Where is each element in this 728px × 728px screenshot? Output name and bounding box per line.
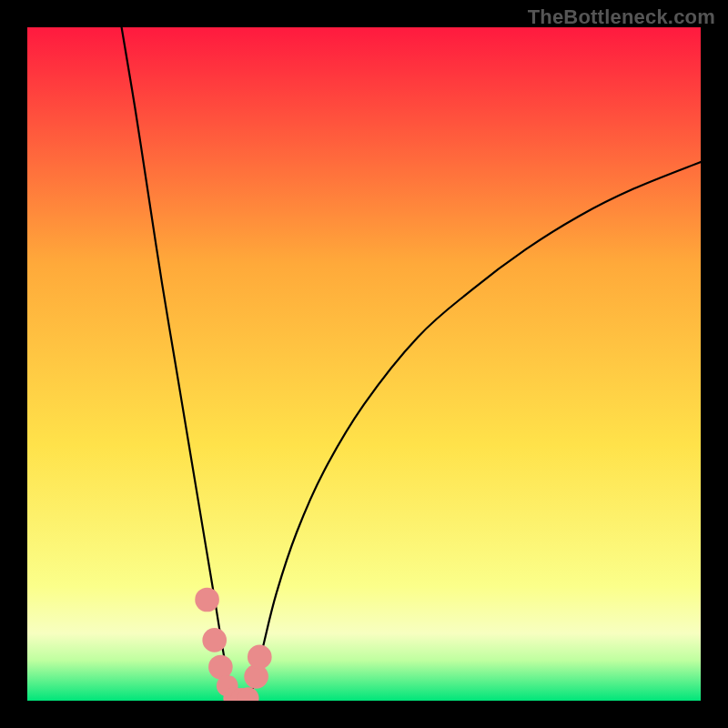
bottleneck-chart	[27, 27, 701, 701]
gradient-background	[27, 27, 701, 701]
chart-frame: TheBottleneck.com	[0, 0, 728, 728]
left-dot-1	[195, 588, 219, 612]
watermark-text: TheBottleneck.com	[528, 5, 715, 29]
right-dot-2	[248, 645, 272, 670]
left-dot-2	[202, 628, 227, 652]
